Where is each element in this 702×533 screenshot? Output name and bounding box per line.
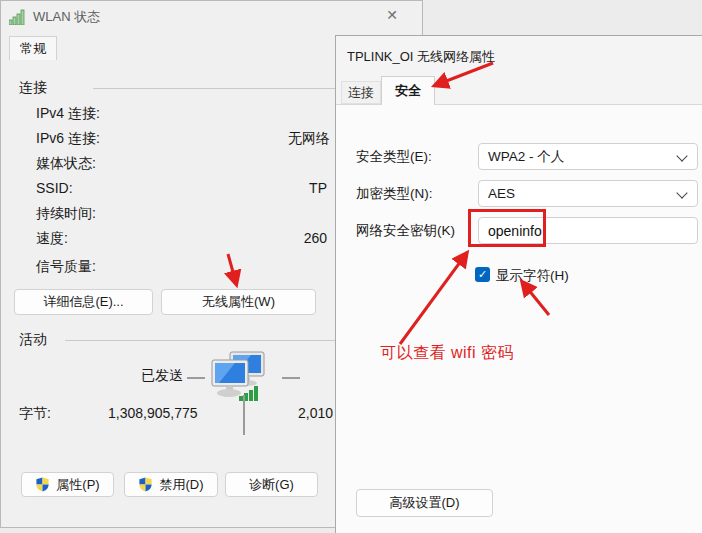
advanced-settings-button[interactable]: 高级设置(D) — [356, 489, 493, 517]
uac-shield-icon — [138, 477, 153, 492]
encryption-type-select[interactable]: AES — [478, 180, 698, 207]
tab-security[interactable]: 安全 — [381, 76, 435, 105]
security-type-label: 安全类型(E): — [356, 148, 432, 166]
wifi-signal-icon — [9, 9, 27, 25]
properties-button[interactable]: 属性(P) — [21, 472, 114, 497]
row-label-ipv6: IPv6 连接: — [36, 130, 100, 148]
show-characters-checkbox[interactable]: ✓ — [475, 267, 490, 282]
checkmark-icon: ✓ — [478, 268, 487, 280]
wireless-network-properties-dialog: TPLINK_OI 无线网络属性 连接 安全 安全类型(E): WPA2 - 个… — [335, 35, 702, 533]
sent-dash-left — [187, 377, 205, 379]
show-characters-label: 显示字符(H) — [496, 267, 569, 285]
chevron-down-icon — [676, 187, 687, 198]
sent-dash-right — [282, 377, 300, 379]
security-type-value: WPA2 - 个人 — [488, 148, 564, 166]
advanced-settings-button-label: 高级设置(D) — [389, 494, 459, 512]
details-button[interactable]: 详细信息(E)... — [14, 289, 153, 315]
diagnose-button[interactable]: 诊断(G) — [225, 472, 318, 497]
tab-general[interactable]: 常规 — [9, 36, 57, 60]
uac-shield-icon — [35, 477, 50, 492]
dialog-title: TPLINK_OI 无线网络属性 — [347, 48, 495, 66]
tab-connection[interactable]: 连接 — [341, 81, 381, 104]
encryption-type-label: 加密类型(N): — [356, 185, 433, 203]
disable-button-label: 禁用(D) — [159, 476, 203, 494]
wireless-properties-button[interactable]: 无线属性(W) — [161, 289, 316, 315]
row-label-media-state: 媒体状态: — [36, 155, 96, 173]
bytes-divider — [243, 395, 245, 435]
bytes-label: 字节: — [19, 405, 51, 423]
diagnose-button-label: 诊断(G) — [249, 476, 294, 494]
details-button-label: 详细信息(E)... — [43, 293, 123, 311]
row-label-duration: 持续时间: — [36, 205, 96, 223]
window-title: WLAN 状态 — [33, 8, 100, 26]
row-label-ipv4: IPv4 连接: — [36, 105, 100, 123]
chevron-down-icon — [676, 150, 687, 161]
sent-label: 已发送 — [141, 367, 183, 385]
close-icon[interactable]: ✕ — [379, 4, 405, 26]
encryption-type-value: AES — [488, 186, 515, 201]
row-label-signal-quality: 信号质量: — [36, 258, 96, 276]
bytes-sent-value: 1,308,905,775 — [108, 405, 198, 421]
connection-group-label: 连接 — [19, 79, 47, 97]
bytes-received-value: 2,010 — [298, 405, 333, 421]
row-label-speed: 速度: — [36, 230, 68, 248]
properties-button-label: 属性(P) — [56, 476, 99, 494]
activity-group-label: 活动 — [19, 331, 47, 349]
network-key-label: 网络安全密钥(K) — [356, 222, 455, 240]
row-value-speed: 260 — [304, 230, 327, 246]
security-type-select[interactable]: WPA2 - 个人 — [478, 143, 698, 170]
row-value-ssid: TP — [309, 180, 327, 196]
wireless-properties-button-label: 无线属性(W) — [202, 293, 275, 311]
row-value-ipv6: 无网络 — [288, 130, 330, 148]
disable-button[interactable]: 禁用(D) — [124, 472, 218, 497]
row-label-ssid: SSID: — [36, 180, 73, 196]
network-computers-icon — [206, 350, 270, 404]
annotation-note: 可以查看 wifi 密码 — [380, 343, 514, 364]
password-highlight-rectangle — [468, 209, 546, 247]
